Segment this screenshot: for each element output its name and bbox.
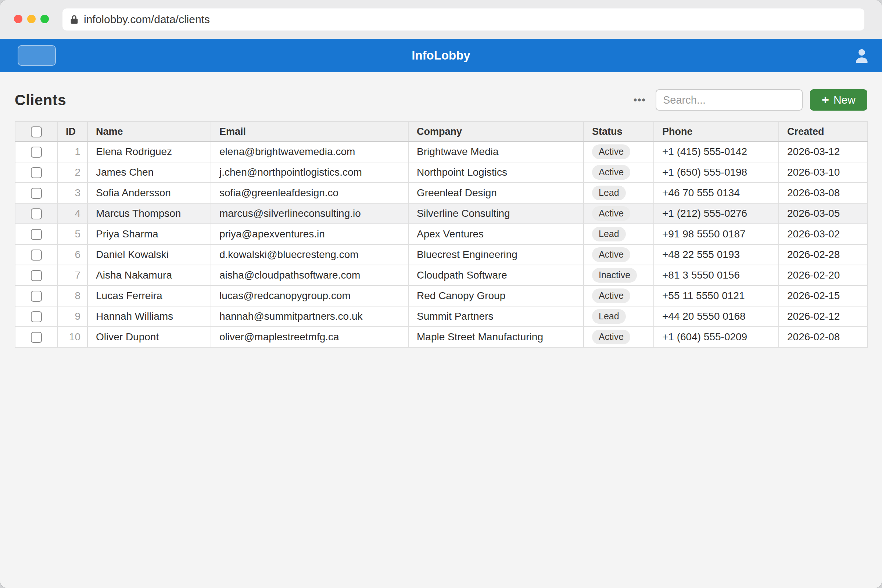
row-phone: +55 11 5550 0121 <box>654 285 779 306</box>
row-phone: +48 22 555 0193 <box>654 244 779 265</box>
row-checkbox-cell <box>15 244 57 265</box>
row-phone: +44 20 5550 0168 <box>654 306 779 327</box>
row-created: 2026-02-08 <box>779 327 868 347</box>
page-title: Clients <box>15 92 66 109</box>
row-checkbox-cell <box>15 306 57 327</box>
table-row[interactable]: 5 Priya Sharma priya@apexventures.in Ape… <box>15 224 868 244</box>
row-checkbox-cell <box>15 327 57 347</box>
status-badge: Active <box>592 288 630 303</box>
row-company: Bluecrest Engineering <box>408 244 584 265</box>
row-email: priya@apexventures.in <box>211 224 408 244</box>
row-company: Greenleaf Design <box>408 183 584 203</box>
maximize-window-button[interactable] <box>40 15 49 23</box>
row-id: 10 <box>57 327 87 347</box>
column-header-created[interactable]: Created <box>779 122 868 141</box>
browser-chrome: infolobby.com/data/clients <box>0 0 882 39</box>
row-checkbox-cell <box>15 285 57 306</box>
row-created: 2026-03-08 <box>779 183 868 203</box>
row-name: Marcus Thompson <box>87 203 211 224</box>
row-phone: +1 (604) 555-0209 <box>654 327 779 347</box>
row-checkbox[interactable] <box>31 270 42 281</box>
row-checkbox[interactable] <box>31 147 42 158</box>
table-row[interactable]: 4 Marcus Thompson marcus@silverlineconsu… <box>15 203 868 224</box>
row-company: Brightwave Media <box>408 141 584 162</box>
table-row[interactable]: 9 Hannah Williams hannah@summitpartners.… <box>15 306 868 327</box>
row-checkbox[interactable] <box>31 167 42 178</box>
column-header-phone[interactable]: Phone <box>654 122 779 141</box>
table-row[interactable]: 10 Oliver Dupont oliver@maplestreetmfg.c… <box>15 327 868 347</box>
row-checkbox[interactable] <box>31 291 42 302</box>
column-header-name[interactable]: Name <box>87 122 211 141</box>
row-checkbox-cell <box>15 203 57 224</box>
table-row[interactable]: 6 Daniel Kowalski d.kowalski@bluecresten… <box>15 244 868 265</box>
new-button[interactable]: + New <box>810 89 867 111</box>
row-checkbox-cell <box>15 265 57 285</box>
row-created: 2026-03-10 <box>779 162 868 183</box>
row-id: 2 <box>57 162 87 183</box>
row-checkbox[interactable] <box>31 208 42 219</box>
more-options-icon[interactable]: ••• <box>634 94 646 106</box>
search-input[interactable] <box>656 89 802 111</box>
row-phone: +46 70 555 0134 <box>654 183 779 203</box>
status-badge: Active <box>592 248 630 262</box>
minimize-window-button[interactable] <box>27 15 36 23</box>
row-id: 7 <box>57 265 87 285</box>
toolbar-actions: ••• + New <box>634 89 867 111</box>
address-bar[interactable]: infolobby.com/data/clients <box>63 9 864 30</box>
row-company: Maple Street Manufacturing <box>408 327 584 347</box>
column-header-id[interactable]: ID <box>57 122 87 141</box>
row-id: 9 <box>57 306 87 327</box>
app-title: InfoLobby <box>0 39 882 72</box>
table-body: 1 Elena Rodriguez elena@brightwavemedia.… <box>15 141 868 347</box>
row-email: d.kowalski@bluecresteng.com <box>211 244 408 265</box>
column-header-email[interactable]: Email <box>211 122 408 141</box>
row-email: marcus@silverlineconsulting.io <box>211 203 408 224</box>
column-header-status[interactable]: Status <box>584 122 654 141</box>
row-name: Hannah Williams <box>87 306 211 327</box>
row-id: 1 <box>57 141 87 162</box>
row-checkbox[interactable] <box>31 188 42 199</box>
window-controls <box>14 15 49 23</box>
status-badge: Lead <box>592 227 626 242</box>
close-window-button[interactable] <box>14 15 22 23</box>
table-row[interactable]: 1 Elena Rodriguez elena@brightwavemedia.… <box>15 141 868 162</box>
select-all-cell <box>15 122 57 141</box>
row-created: 2026-02-20 <box>779 265 868 285</box>
row-email: elena@brightwavemedia.com <box>211 141 408 162</box>
row-created: 2026-03-12 <box>779 141 868 162</box>
column-header-company[interactable]: Company <box>408 122 584 141</box>
table-row[interactable]: 2 James Chen j.chen@northpointlogistics.… <box>15 162 868 183</box>
status-badge: Active <box>592 165 630 180</box>
row-name: Lucas Ferreira <box>87 285 211 306</box>
row-checkbox[interactable] <box>31 249 42 261</box>
row-id: 8 <box>57 285 87 306</box>
row-id: 3 <box>57 183 87 203</box>
row-checkbox[interactable] <box>31 229 42 240</box>
row-checkbox[interactable] <box>31 311 42 322</box>
row-status-cell: Active <box>584 327 654 347</box>
row-id: 5 <box>57 224 87 244</box>
table-row[interactable]: 3 Sofia Andersson sofia@greenleafdesign.… <box>15 183 868 203</box>
clients-table: ID Name Email Company Status Phone Creat… <box>15 121 868 348</box>
table-header-row: ID Name Email Company Status Phone Creat… <box>15 122 868 141</box>
status-badge: Inactive <box>592 268 637 283</box>
row-name: Elena Rodriguez <box>87 141 211 162</box>
lock-icon <box>69 14 80 25</box>
row-status-cell: Active <box>584 141 654 162</box>
row-created: 2026-02-12 <box>779 306 868 327</box>
row-checkbox-cell <box>15 162 57 183</box>
row-id: 6 <box>57 244 87 265</box>
status-badge: Active <box>592 206 630 221</box>
row-checkbox[interactable] <box>31 332 42 343</box>
row-email: oliver@maplestreetmfg.ca <box>211 327 408 347</box>
row-status-cell: Lead <box>584 306 654 327</box>
table-row[interactable]: 8 Lucas Ferreira lucas@redcanopygroup.co… <box>15 285 868 306</box>
status-badge: Active <box>592 144 630 159</box>
table-row[interactable]: 7 Aisha Nakamura aisha@cloudpathsoftware… <box>15 265 868 285</box>
select-all-checkbox[interactable] <box>31 126 42 138</box>
clients-table-container: ID Name Email Company Status Phone Creat… <box>15 121 867 348</box>
row-status-cell: Lead <box>584 224 654 244</box>
row-created: 2026-03-05 <box>779 203 868 224</box>
user-icon[interactable] <box>854 47 870 64</box>
row-phone: +1 (650) 555-0198 <box>654 162 779 183</box>
